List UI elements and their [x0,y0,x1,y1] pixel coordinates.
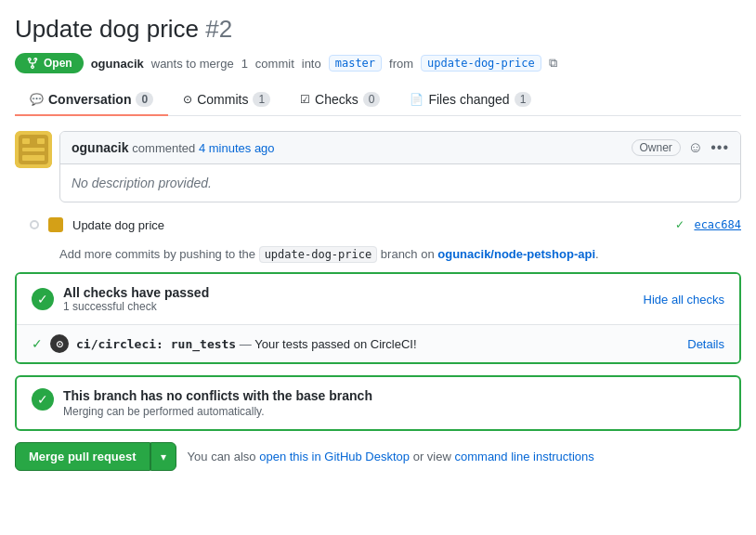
comment-author-section: ogunacik commented 4 minutes ago [72,140,275,155]
commits-tab-icon: ⊙ [183,93,192,106]
comment-body: No description provided. [60,164,740,202]
merge-desc-mid: or view [413,450,451,463]
pr-title-text: Update dog price [15,15,199,43]
tab-commits[interactable]: ⊙ Commits 1 [168,85,285,116]
tab-checks[interactable]: ☑ Checks 0 [285,85,395,116]
target-branch[interactable]: master [329,55,382,72]
from-text: from [389,57,413,71]
merge-desc-prefix: You can also [188,450,256,463]
conversation-tab-label: Conversation [48,92,131,107]
status-badge: Open [15,53,84,73]
timeline: ogunacik commented 4 minutes ago Owner ☺… [15,131,741,471]
checks-tab-count: 0 [363,92,381,107]
conversation-tab-count: 0 [136,92,153,107]
check-description: Your tests passed on CircleCI! [254,337,416,351]
files-tab-count: 1 [515,92,532,107]
comment-header: ogunacik commented 4 minutes ago Owner ☺… [60,132,740,164]
into-text: into [302,57,321,71]
tab-conversation[interactable]: 💬 Conversation 0 [15,85,168,116]
merge-description: You can also open this in GitHub Desktop… [188,450,594,463]
no-conflicts-icon: ✓ [32,388,54,411]
check-title: All checks have passed [63,285,209,300]
copy-icon[interactable]: ⧉ [549,56,557,71]
check-summary: All checks have passed 1 successful chec… [63,285,209,313]
check-subtitle: 1 successful check [63,300,209,313]
more-options-button[interactable]: ••• [710,139,729,156]
comment-time-link[interactable]: 4 minutes ago [199,141,275,155]
check-details-link[interactable]: Details [687,337,724,351]
info-bar: Add more commits by pushing to the updat… [15,247,741,261]
owner-badge: Owner [632,139,681,156]
commit-word: commit [255,57,294,71]
comment-action: commented 4 minutes ago [132,141,274,155]
check-item-status-icon: ✓ [32,336,43,351]
merge-dropdown-arrow: ▾ [161,450,166,463]
commit-message: Update dog price [72,218,666,232]
svg-rect-5 [22,155,45,161]
merge-icon [26,57,39,70]
hide-checks-link[interactable]: Hide all checks [644,293,724,307]
page-title: Update dog price #2 [15,15,741,44]
comment-action-text: commented [132,141,195,155]
commit-user-icon [48,217,63,232]
comment-box: ogunacik commented 4 minutes ago Owner ☺… [59,131,741,202]
commit-check-icon: ✓ [675,218,684,231]
timeline-commit: Update dog price ✓ ecac684 [15,217,741,232]
info-text-end: . [595,247,599,261]
info-repo-link[interactable]: ogunacik/node-petshop-api [437,247,595,261]
circleci-icon: ⊙ [50,334,69,353]
no-conflicts-title: This branch has no conflicts with the ba… [63,388,372,403]
tab-files-changed[interactable]: 📄 Files changed 1 [395,85,546,116]
files-tab-icon: 📄 [410,93,424,106]
merge-pull-request-button[interactable]: Merge pull request [15,442,150,471]
github-desktop-link[interactable]: open this in GitHub Desktop [259,450,410,463]
check-pass-icon: ✓ [32,288,54,310]
check-header: ✓ All checks have passed 1 successful ch… [17,274,739,324]
commit-dot [30,220,39,229]
check-item: ✓ ⊙ ci/circleci: run_tests — Your tests … [17,324,739,362]
cli-instructions-link[interactable]: command line instructions [455,450,594,463]
action-text: wants to merge [151,57,234,71]
checks-tab-icon: ☑ [300,93,310,106]
no-conflicts-box: ✓ This branch has no conflicts with the … [15,375,741,431]
check-item-text: ci/circleci: run_tests — Your tests pass… [76,337,417,351]
checks-tab-label: Checks [315,92,358,107]
avatar-image [15,131,52,168]
check-header-left: ✓ All checks have passed 1 successful ch… [32,285,209,313]
check-item-left: ✓ ⊙ ci/circleci: run_tests — Your tests … [32,334,417,353]
pr-number: #2 [205,15,232,43]
info-branch-code: update-dog-price [259,246,378,263]
source-branch[interactable]: update-dog-price [421,55,541,72]
comment-section: ogunacik commented 4 minutes ago Owner ☺… [15,131,741,202]
merge-dropdown-button[interactable]: ▾ [150,442,176,471]
commits-tab-label: Commits [197,92,248,107]
merge-row: Merge pull request ▾ You can also open t… [15,442,741,471]
comment-body-text: No description provided. [72,176,212,190]
commit-count: 1 [241,57,248,71]
check-service-name: ci/circleci: run_tests [76,337,236,351]
merge-btn-group: Merge pull request ▾ [15,442,176,471]
comment-actions: Owner ☺ ••• [632,139,730,156]
checks-container: ✓ All checks have passed 1 successful ch… [15,272,741,364]
info-text-mid: branch on [381,247,435,261]
svg-rect-4 [22,148,45,151]
avatar [15,131,52,168]
status-text: Open [44,57,72,70]
comment-author[interactable]: ogunacik [72,140,128,155]
author-name[interactable]: ogunacik [91,57,144,71]
no-conflicts-text: This branch has no conflicts with the ba… [63,388,372,418]
emoji-reaction-button[interactable]: ☺ [688,139,703,156]
pr-meta: Open ogunacik wants to merge 1 commit in… [15,53,741,73]
svg-rect-2 [22,138,30,144]
tab-bar: 💬 Conversation 0 ⊙ Commits 1 ☑ Checks 0 … [15,85,741,116]
check-dash: — [240,337,252,351]
no-conflicts-subtitle: Merging can be performed automatically. [63,405,372,418]
svg-rect-3 [37,138,45,144]
info-text-before: Add more commits by pushing to the [59,247,255,261]
files-tab-label: Files changed [428,92,509,107]
commits-tab-count: 1 [253,92,270,107]
conversation-tab-icon: 💬 [30,93,44,106]
commit-hash[interactable]: ecac684 [694,218,741,231]
